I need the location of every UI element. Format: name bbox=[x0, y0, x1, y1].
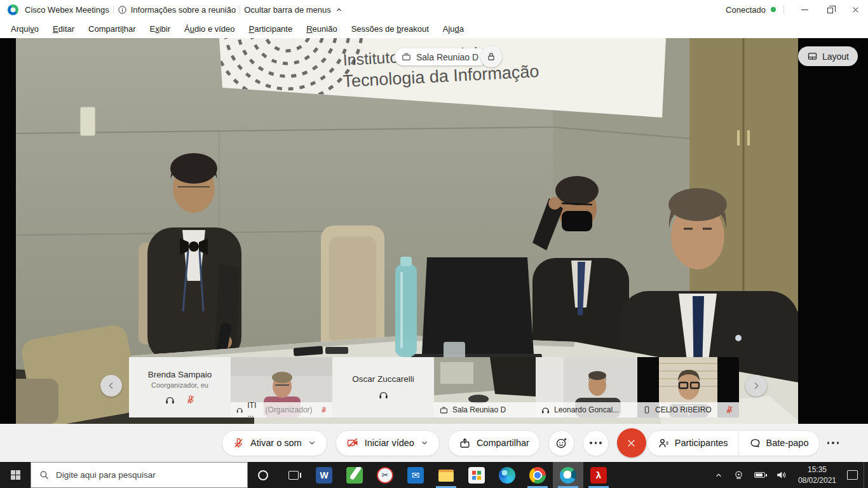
task-view-button[interactable] bbox=[278, 462, 309, 488]
headset-icon bbox=[165, 395, 175, 405]
restore-button[interactable] bbox=[817, 0, 843, 19]
headset-icon bbox=[236, 405, 243, 415]
taskbar-app-webex[interactable] bbox=[553, 462, 583, 488]
taskbar-app-word[interactable]: W bbox=[309, 462, 339, 488]
ellipsis-icon bbox=[827, 442, 839, 444]
speaker-icon bbox=[775, 469, 787, 481]
start-button[interactable] bbox=[0, 462, 31, 488]
menu-exibir[interactable]: Exibir bbox=[144, 22, 177, 36]
taskbar-app-coreldraw[interactable] bbox=[339, 462, 370, 488]
edge-icon bbox=[499, 467, 515, 484]
search-icon bbox=[39, 470, 50, 480]
tray-show-hidden-icons-button[interactable] bbox=[710, 462, 728, 488]
scissors-app-icon: ✂ bbox=[377, 467, 393, 484]
info-icon bbox=[118, 5, 127, 15]
participant-tile-oscar[interactable]: Oscar Zuccarelli bbox=[332, 357, 434, 417]
menu-participante[interactable]: Participante bbox=[243, 22, 299, 36]
menu-reuniao[interactable]: Reunião bbox=[301, 22, 342, 36]
taskbar-app-chrome[interactable] bbox=[522, 462, 553, 488]
close-button[interactable] bbox=[843, 0, 868, 19]
more-options-button[interactable] bbox=[583, 430, 609, 456]
layout-button[interactable]: Layout bbox=[798, 46, 858, 66]
taskbar-app-file-explorer[interactable] bbox=[431, 462, 461, 488]
headset-icon bbox=[378, 390, 389, 400]
share-button[interactable]: Compartilhar bbox=[448, 430, 540, 456]
start-video-button[interactable]: Iniciar vídeo bbox=[336, 430, 440, 456]
minimize-button[interactable] bbox=[792, 0, 817, 19]
filmstrip-prev-button[interactable] bbox=[100, 375, 122, 396]
leave-meeting-button[interactable] bbox=[617, 428, 646, 458]
tray-webex-button[interactable] bbox=[729, 462, 749, 488]
reactions-button[interactable] bbox=[548, 430, 574, 456]
participant-tile-sala-reuniao[interactable]: Sala Reuniao D bbox=[434, 357, 536, 417]
headset-icon bbox=[541, 405, 550, 415]
camera-off-icon bbox=[346, 437, 359, 449]
unmute-button[interactable]: Ativar o som bbox=[222, 430, 327, 456]
connection-status: Conectado bbox=[726, 5, 766, 15]
webex-logo-icon bbox=[8, 4, 18, 15]
mic-muted-icon bbox=[320, 405, 327, 414]
cortana-icon bbox=[258, 470, 268, 480]
taskbar-clock[interactable]: 15:35 08/02/2021 bbox=[793, 464, 841, 485]
cortana-button[interactable] bbox=[248, 462, 278, 488]
acrobat-icon: λ bbox=[590, 467, 607, 484]
taskbar-app-mail[interactable]: ✉ bbox=[400, 462, 431, 488]
chevron-down-icon bbox=[420, 438, 429, 447]
taskbar-app-capture[interactable]: ✂ bbox=[370, 462, 400, 488]
mobile-device-icon bbox=[642, 405, 651, 414]
chrome-icon bbox=[529, 467, 546, 484]
chat-button[interactable]: Bate-papo bbox=[739, 431, 819, 456]
menu-arquivo[interactable]: Arquivo bbox=[5, 22, 44, 36]
taskbar-search-input[interactable]: Digite aqui para pesquisar bbox=[31, 462, 248, 488]
taskbar-app-acrobat[interactable]: λ bbox=[583, 462, 614, 488]
participants-icon bbox=[658, 437, 670, 449]
divider bbox=[113, 5, 114, 14]
tray-camera-icon bbox=[733, 470, 744, 480]
menu-ajuda[interactable]: Ajuda bbox=[437, 22, 470, 36]
participant-tile-celio[interactable]: CELIO RIBEIRO bbox=[637, 357, 739, 417]
hide-menubar-button[interactable]: Ocultar barra de menus bbox=[244, 5, 343, 15]
share-icon bbox=[459, 437, 471, 449]
taskbar-app-edge[interactable] bbox=[492, 462, 522, 488]
menu-audio-video[interactable]: Áudio e vídeo bbox=[179, 22, 241, 36]
chevron-right-icon bbox=[751, 381, 761, 391]
show-desktop-button[interactable] bbox=[864, 462, 867, 488]
mic-muted-icon bbox=[233, 437, 245, 449]
participant-tile-brenda[interactable]: Brenda Sampaio Coorganizador, eu bbox=[129, 357, 231, 417]
smiley-plus-icon bbox=[555, 437, 568, 450]
meeting-info-button[interactable]: Informações sobre a reunião bbox=[118, 5, 236, 15]
mail-icon: ✉ bbox=[407, 467, 424, 484]
taskbar-app-store[interactable] bbox=[461, 462, 492, 488]
divider bbox=[240, 5, 240, 14]
webex-icon bbox=[560, 467, 576, 484]
participant-filmstrip: Brenda Sampaio Coorganizador, eu ITI ...… bbox=[129, 357, 739, 417]
panel-options-button[interactable] bbox=[827, 442, 839, 444]
menu-breakout[interactable]: Sessões de breakout bbox=[346, 22, 435, 36]
participant-tile-leonardo[interactable]: Leonardo Goncal... bbox=[536, 357, 637, 417]
close-x-icon bbox=[625, 437, 637, 449]
windows-logo-icon bbox=[11, 470, 20, 480]
windows-taskbar: Digite aqui para pesquisar W ✂ ✉ λ 15:35… bbox=[0, 462, 868, 488]
ellipsis-icon bbox=[590, 442, 602, 444]
tray-volume-button[interactable] bbox=[771, 462, 792, 488]
menu-editar[interactable]: Editar bbox=[47, 22, 80, 36]
minimize-icon bbox=[801, 10, 808, 10]
menu-compartilhar[interactable]: Compartilhar bbox=[83, 22, 141, 36]
divider bbox=[783, 5, 784, 14]
chat-bubble-icon bbox=[749, 437, 761, 449]
participants-button[interactable]: Participantes bbox=[648, 431, 738, 456]
filmstrip-next-button[interactable] bbox=[745, 375, 767, 396]
coreldraw-icon bbox=[346, 467, 363, 484]
chevron-up-icon bbox=[335, 6, 343, 14]
meeting-control-bar: Ativar o som Iniciar vídeo Compartilhar … bbox=[0, 424, 868, 462]
action-center-icon bbox=[847, 470, 858, 480]
word-icon: W bbox=[316, 467, 332, 484]
action-center-button[interactable] bbox=[843, 462, 862, 488]
tray-battery-button[interactable] bbox=[750, 462, 770, 488]
app-title: Cisco Webex Meetings bbox=[25, 5, 109, 15]
participant-tile-iti[interactable]: ITI ... (Organizador) bbox=[231, 357, 332, 417]
restore-icon bbox=[827, 8, 833, 13]
meeting-locked-badge bbox=[480, 46, 502, 67]
room-name-pill: Sala Reuniao D bbox=[395, 48, 487, 65]
window-title-bar: Cisco Webex Meetings Informações sobre a… bbox=[0, 0, 868, 19]
